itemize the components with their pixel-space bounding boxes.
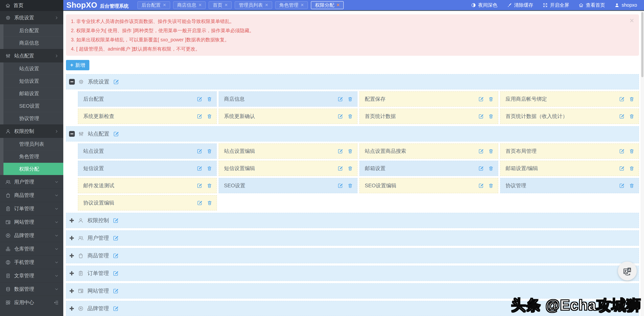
trash-icon[interactable] xyxy=(629,166,634,171)
expand-plus-icon[interactable] xyxy=(69,218,74,223)
scrollbar-thumb[interactable] xyxy=(641,12,644,77)
permission-card[interactable]: 首页统计数据（收入统计） xyxy=(500,109,639,124)
close-icon[interactable]: × xyxy=(163,2,166,8)
permission-card[interactable]: SEO设置编辑 xyxy=(360,178,498,193)
trash-icon[interactable] xyxy=(207,96,212,102)
trash-icon[interactable] xyxy=(629,114,634,119)
permission-card[interactable]: 邮箱设置/编辑 xyxy=(500,161,639,176)
view-site-button[interactable]: 查看首页 xyxy=(578,2,605,8)
trash-icon[interactable] xyxy=(348,114,353,119)
sidebar-item-backend-config[interactable]: 后台配置 xyxy=(0,24,63,37)
sidebar-item-agreement-mgmt[interactable]: 协议管理 xyxy=(0,112,63,125)
add-button[interactable]: + 新增 xyxy=(66,60,89,70)
edit-icon[interactable] xyxy=(338,114,343,119)
edit-icon[interactable] xyxy=(478,114,484,119)
dark-mode-button[interactable]: 夜间深色 xyxy=(471,2,497,8)
edit-icon[interactable] xyxy=(338,96,343,102)
sidebar-item-brand-mgmt[interactable]: 品牌管理 xyxy=(0,229,63,242)
trash-icon[interactable] xyxy=(348,166,353,171)
sidebar-item-seo-settings[interactable]: SEO设置 xyxy=(0,100,63,112)
expand-plus-icon[interactable] xyxy=(69,235,74,241)
sidebar-item-power-assign[interactable]: 权限分配 xyxy=(0,163,63,175)
collapse-minus-icon[interactable] xyxy=(69,131,75,137)
sidebar-item-order-mgmt[interactable]: 订单管理 xyxy=(0,202,63,215)
edit-icon[interactable] xyxy=(619,183,624,188)
sidebar-item-data-mgmt[interactable]: 数据管理 xyxy=(0,282,63,296)
edit-icon[interactable] xyxy=(478,96,484,102)
trash-icon[interactable] xyxy=(348,183,353,188)
permission-card[interactable]: 应用商店帐号绑定 xyxy=(500,91,639,107)
trash-icon[interactable] xyxy=(207,149,212,154)
edit-icon[interactable] xyxy=(338,149,343,154)
edit-icon[interactable] xyxy=(113,253,118,259)
permission-card[interactable]: 系统更新检查 xyxy=(78,109,217,124)
expand-plus-icon[interactable] xyxy=(69,271,74,276)
sidebar-item-shop-info[interactable]: 商店信息 xyxy=(0,37,63,49)
tab-shop-info[interactable]: 商店信息 × xyxy=(173,1,206,9)
edit-icon[interactable] xyxy=(619,149,624,154)
edit-icon[interactable] xyxy=(478,183,484,188)
trash-icon[interactable] xyxy=(629,183,634,188)
permission-card[interactable]: 协议设置编辑 xyxy=(78,195,217,210)
close-icon[interactable]: × xyxy=(336,2,340,8)
edit-icon[interactable] xyxy=(478,166,484,171)
clear-cache-button[interactable]: 清除缓存 xyxy=(507,2,533,8)
close-icon[interactable]: × xyxy=(199,2,202,8)
permission-card[interactable]: 协议管理 xyxy=(500,178,639,193)
permission-card[interactable]: 商店信息 xyxy=(219,91,358,107)
sidebar-item-user-mgmt[interactable]: 用户管理 xyxy=(0,175,63,188)
close-icon[interactable]: × xyxy=(301,2,304,8)
sidebar-item-site-settings[interactable]: 站点设置 xyxy=(0,62,63,75)
permission-card[interactable]: 短信设置 xyxy=(78,161,217,176)
sidebar-item-power-control[interactable]: 权限控制 xyxy=(0,125,63,138)
edit-icon[interactable] xyxy=(197,200,202,205)
edit-icon[interactable] xyxy=(338,183,343,188)
trash-icon[interactable] xyxy=(488,114,494,119)
edit-icon[interactable] xyxy=(113,288,118,294)
edit-icon[interactable] xyxy=(197,183,202,188)
sidebar-item-sms-settings[interactable]: 短信设置 xyxy=(0,75,63,87)
tab-home[interactable]: 首页 × xyxy=(209,1,232,9)
permission-card[interactable]: 配置保存 xyxy=(360,91,498,107)
trash-icon[interactable] xyxy=(207,166,212,171)
edit-icon[interactable] xyxy=(113,131,119,137)
sidebar-item-home[interactable]: 首页 xyxy=(0,0,63,11)
trash-icon[interactable] xyxy=(207,200,212,205)
sidebar-item-article-mgmt[interactable]: 文章管理 xyxy=(0,269,63,282)
sidebar-item-site-config[interactable]: 站点配置 xyxy=(0,49,63,62)
permission-card[interactable]: 站点设置商品搜索 xyxy=(360,144,498,159)
permission-card[interactable]: 站点设置 xyxy=(78,144,217,159)
edit-icon[interactable] xyxy=(113,270,118,276)
sidebar-item-website-mgmt[interactable]: 网站管理 xyxy=(0,215,63,229)
edit-icon[interactable] xyxy=(113,235,118,241)
close-icon[interactable]: × xyxy=(630,16,634,25)
account-menu[interactable]: shopxo xyxy=(614,2,637,8)
trash-icon[interactable] xyxy=(488,166,494,171)
edit-icon[interactable] xyxy=(338,166,343,171)
edit-icon[interactable] xyxy=(197,166,202,171)
trash-icon[interactable] xyxy=(488,149,494,154)
edit-icon[interactable] xyxy=(619,166,624,171)
edit-icon[interactable] xyxy=(197,114,202,119)
permission-card[interactable]: 首页布局管理 xyxy=(500,144,639,159)
sidebar-item-admin-list[interactable]: 管理员列表 xyxy=(0,138,63,150)
trash-icon[interactable] xyxy=(348,96,353,102)
close-icon[interactable]: × xyxy=(224,2,228,8)
trash-icon[interactable] xyxy=(629,149,634,154)
trash-icon[interactable] xyxy=(488,183,494,188)
translate-floating-button[interactable] xyxy=(618,262,637,280)
sidebar-collapse-icon[interactable] xyxy=(53,300,59,305)
trash-icon[interactable] xyxy=(348,149,353,154)
sidebar-item-role-mgmt[interactable]: 角色管理 xyxy=(0,150,63,163)
expand-plus-icon[interactable] xyxy=(69,253,74,258)
permission-card[interactable]: 后台配置 xyxy=(78,91,217,107)
permission-card[interactable]: SEO设置 xyxy=(219,178,358,193)
sidebar-item-goods-mgmt[interactable]: 商品管理 xyxy=(0,188,63,202)
close-icon[interactable]: × xyxy=(265,2,268,8)
vertical-scrollbar[interactable] xyxy=(641,11,644,316)
edit-icon[interactable] xyxy=(619,96,624,102)
trash-icon[interactable] xyxy=(488,96,494,102)
edit-icon[interactable] xyxy=(478,149,484,154)
collapse-minus-icon[interactable] xyxy=(69,79,75,85)
trash-icon[interactable] xyxy=(207,114,212,119)
